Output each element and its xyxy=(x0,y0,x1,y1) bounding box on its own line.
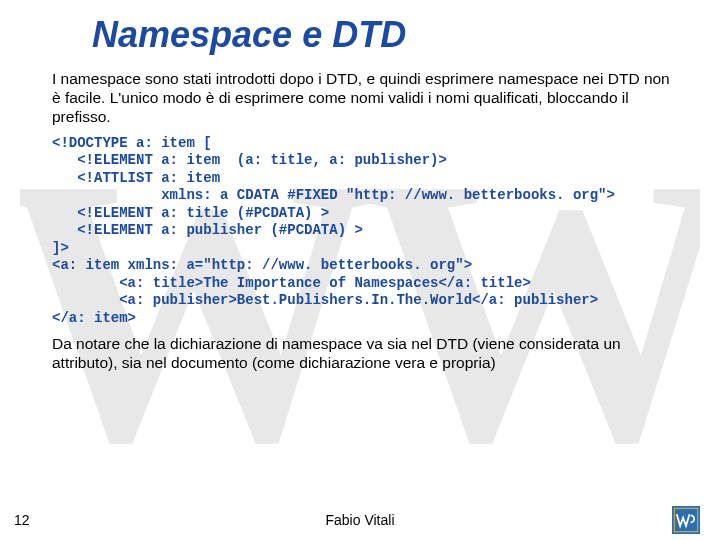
slide-content: Namespace e DTD I namespace sono stati i… xyxy=(0,0,720,540)
slide-footer: 12 Fabio Vitali xyxy=(0,512,720,528)
slide-title: Namespace e DTD xyxy=(92,14,682,56)
paragraph-1: I namespace sono stati introdotti dopo i… xyxy=(52,70,682,127)
w3c-logo-icon xyxy=(672,506,700,534)
svg-rect-0 xyxy=(672,506,700,534)
paragraph-2: Da notare che la dichiarazione di namesp… xyxy=(52,335,682,373)
code-block: <!DOCTYPE a: item [ <!ELEMENT a: item (a… xyxy=(52,135,682,328)
page-number: 12 xyxy=(14,512,30,528)
footer-author: Fabio Vitali xyxy=(325,512,394,528)
